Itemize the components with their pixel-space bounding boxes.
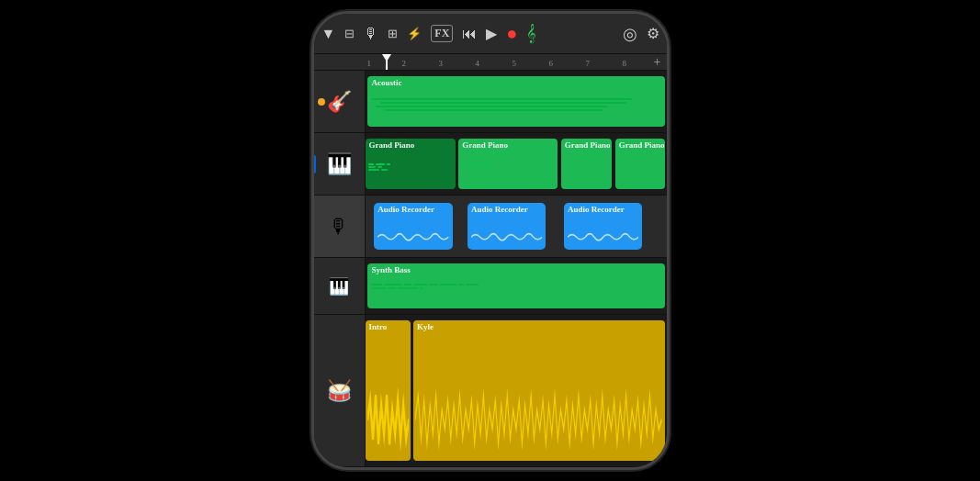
- audio-recorder-label-1: Audio Recorder: [377, 205, 434, 214]
- audio-recorder-clip-1[interactable]: Audio Recorder: [374, 203, 452, 250]
- headphones-icon[interactable]: ◎: [623, 24, 637, 44]
- track-header-piano[interactable]: 🎹: [314, 133, 366, 195]
- add-track-button[interactable]: +: [654, 55, 667, 70]
- phone-frame: ▼ ⊟ 🎙 ⊞ ⚡ FX ⏮ ▶ ● 𝄞 ◎ ⚙ 1 2 3 4 5 6 7 8…: [311, 11, 670, 470]
- track-header-drums[interactable]: 🥁: [314, 315, 366, 466]
- mic-icon[interactable]: 🎙: [364, 26, 378, 42]
- synth-bass-label: Synth Bass: [372, 265, 411, 274]
- tracks-view-icon[interactable]: ⊟: [344, 27, 355, 41]
- drums-track-content[interactable]: Intro Kyle: [366, 315, 667, 466]
- play-icon[interactable]: ▶: [486, 25, 497, 42]
- audio-recorder-label-2: Audio Recorder: [471, 205, 528, 214]
- scroll-bracket: [665, 196, 667, 257]
- playhead[interactable]: [386, 54, 388, 70]
- ruler-mark-1: 1: [367, 59, 372, 68]
- track-row-audio: 🎙 Audio Recorder Audio Recorder: [314, 196, 667, 258]
- grand-piano-clip-4[interactable]: Grand Piano: [615, 139, 665, 189]
- audio-track-content[interactable]: Audio Recorder Audio Recorder: [366, 196, 667, 257]
- track-row-drums: 🥁 Intro Kyle: [314, 315, 667, 467]
- grand-piano-clip-1[interactable]: Grand Piano: [366, 139, 456, 189]
- grand-piano-label-2: Grand Piano: [462, 140, 508, 150]
- piano-track-content[interactable]: Grand Piano: [366, 133, 667, 195]
- drums-icon: 🥁: [327, 379, 352, 403]
- rewind-icon[interactable]: ⏮: [462, 26, 477, 42]
- grand-piano-clip-3[interactable]: Grand Piano: [561, 139, 613, 189]
- ruler-marks: 1 2 3 4 5 6 7 8: [367, 54, 654, 70]
- timeline-ruler: 1 2 3 4 5 6 7 8 +: [314, 54, 667, 71]
- ruler-mark-6: 6: [549, 59, 554, 68]
- toolbar: ▼ ⊟ 🎙 ⊞ ⚡ FX ⏮ ▶ ● 𝄞 ◎ ⚙: [314, 14, 667, 54]
- track-row-acoustic: 🎸 Acoustic: [314, 71, 667, 133]
- track-row-piano: 🎹 Grand Piano: [314, 133, 667, 196]
- kyle-clip[interactable]: Kyle: [413, 320, 665, 461]
- grand-piano-label-1: Grand Piano: [369, 140, 415, 150]
- ruler-mark-3: 3: [439, 59, 444, 68]
- grand-piano-clip-2[interactable]: Grand Piano: [458, 139, 558, 189]
- ruler-mark-4: 4: [476, 59, 480, 68]
- ruler-mark-8: 8: [623, 59, 627, 68]
- piano-icon: 🎹: [327, 152, 352, 176]
- settings-icon[interactable]: ⚙: [647, 25, 659, 42]
- fx-button[interactable]: FX: [431, 25, 453, 42]
- ruler-mark-5: 5: [513, 59, 517, 68]
- synth-track-content[interactable]: Synth Bass: [366, 258, 667, 314]
- track-color-dot: [318, 98, 325, 106]
- piano-side-indicator: [314, 155, 316, 173]
- mixer-icon[interactable]: ⚡: [407, 27, 422, 41]
- kyle-label: Kyle: [417, 322, 434, 331]
- microphone-icon: 🎙: [329, 215, 349, 239]
- track-header-audio[interactable]: 🎙: [314, 196, 366, 257]
- intro-clip[interactable]: Intro: [366, 320, 411, 461]
- ruler-mark-7: 7: [586, 59, 591, 68]
- record-button[interactable]: ●: [506, 23, 517, 44]
- grid-icon[interactable]: ⊞: [388, 27, 398, 41]
- grand-piano-label-3: Grand Piano: [565, 140, 611, 150]
- dropdown-arrow-icon[interactable]: ▼: [321, 26, 336, 42]
- acoustic-label: Acoustic: [372, 78, 402, 87]
- ruler-mark-2: 2: [402, 59, 407, 68]
- synth-bass-clip[interactable]: Synth Bass: [367, 263, 665, 308]
- tracks-area: 🎸 Acoustic 🎹: [314, 71, 667, 467]
- track-row-synth: 🎹 Synth Bass: [314, 258, 667, 315]
- track-header-synth[interactable]: 🎹: [314, 258, 366, 314]
- audio-recorder-clip-2[interactable]: Audio Recorder: [467, 203, 546, 250]
- synth-icon: 🎹: [329, 276, 349, 296]
- grand-piano-label-4: Grand Piano: [619, 140, 665, 150]
- acoustic-clip[interactable]: Acoustic: [367, 76, 665, 127]
- smart-tempo-icon[interactable]: 𝄞: [526, 24, 536, 43]
- intro-label: Intro: [369, 322, 388, 331]
- audio-recorder-label-3: Audio Recorder: [568, 205, 625, 214]
- audio-recorder-clip-3[interactable]: Audio Recorder: [564, 203, 642, 250]
- track-header-acoustic[interactable]: 🎸: [314, 71, 366, 132]
- guitar-icon: 🎸: [327, 90, 352, 114]
- acoustic-track-content[interactable]: Acoustic: [366, 71, 667, 132]
